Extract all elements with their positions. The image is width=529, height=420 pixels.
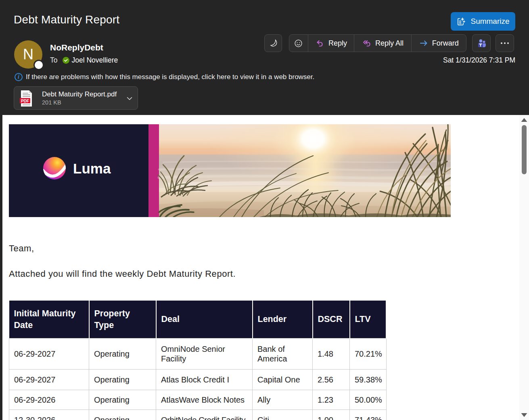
svg-text:PDF: PDF bbox=[21, 99, 29, 103]
svg-text:Luma: Luma bbox=[73, 161, 111, 176]
